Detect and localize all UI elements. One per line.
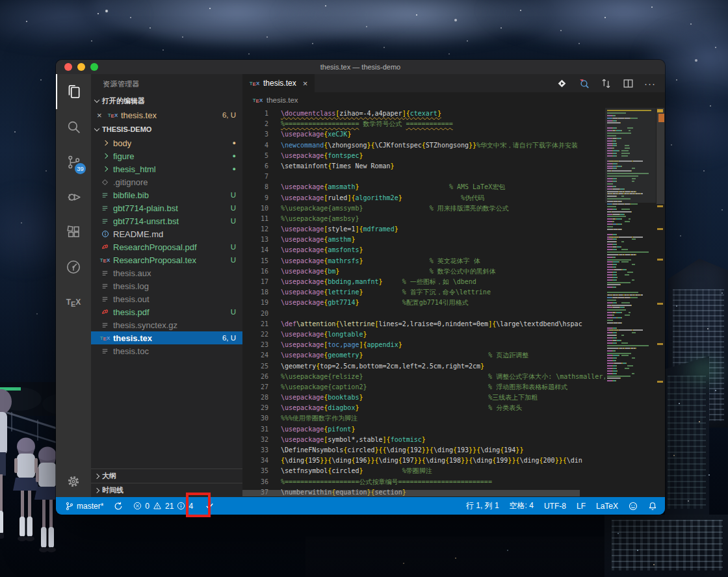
code-line-26[interactable]: 26%\usepackage{relsize} % 调整公式字体大小: \mat… (242, 372, 605, 382)
cursor-position-item[interactable]: 行 1, 列 1 (461, 500, 504, 511)
zoom-window-button[interactable] (90, 63, 98, 71)
eol-item[interactable]: LF (571, 502, 591, 511)
sync-icon (114, 502, 123, 511)
tree-item-gbt7714-plain-bst[interactable]: gbt7714-plain.bstU (91, 201, 242, 214)
tree-item-thesis-toc[interactable]: thesis.toc (91, 344, 242, 357)
tree-item-thesis-aux[interactable]: thesis.aux (91, 266, 242, 279)
tree-item--gitignore[interactable]: .gitignore (91, 175, 242, 188)
tree-item-researchproposal-tex[interactable]: TEXResearchProposal.texU (91, 253, 242, 266)
horizontal-scrollbar[interactable] (242, 490, 605, 496)
split-editor-icon[interactable] (622, 77, 634, 90)
tree-item-thesis-out[interactable]: thesis.out (91, 292, 242, 305)
project-section-header[interactable]: THESIS-DEMO (91, 122, 242, 136)
code-line-28[interactable]: 28\usepackage{booktabs} %三线表上下加粗 (242, 392, 605, 403)
sync-item[interactable] (110, 497, 126, 515)
close-window-button[interactable] (64, 63, 72, 71)
close-icon[interactable]: × (97, 110, 105, 120)
source-control-icon[interactable]: 39 (56, 144, 91, 179)
search-icon[interactable] (56, 109, 91, 144)
code-line-10[interactable]: 10%\usepackage{amssymb} % 用来排版漂亮的数学公式 (242, 203, 605, 214)
code-line-35[interactable]: 35\setfnsymbol{circled} %带圈脚注 (242, 466, 605, 476)
settings-gear-icon[interactable] (56, 466, 91, 497)
tree-item-researchproposal-pdf[interactable]: ResearchProposal.pdfU (91, 240, 242, 253)
encoding-item[interactable]: UTF-8 (539, 502, 571, 511)
close-tab-icon[interactable]: × (303, 79, 308, 88)
code-line-23[interactable]: 23\usepackage[toc,page]{appendix} (242, 340, 605, 350)
latex-workshop-icon[interactable]: TEX (56, 285, 91, 320)
code-line-11[interactable]: 11%\usepackage{amsbsy} (242, 214, 605, 224)
code-line-30[interactable]: 30%%%使用带圈数字作为脚注 (242, 413, 605, 424)
tree-item-thesis-pdf[interactable]: thesis.pdfU (91, 305, 242, 318)
code-line-6[interactable]: 6\setmainfont{Times New Roman} (242, 161, 605, 172)
code-line-17[interactable]: 17\usepackage{bbding,manfnt} % 一些图标，如 \d… (242, 277, 605, 287)
build-latex-icon[interactable] (556, 77, 568, 90)
minimap-viewport[interactable] (605, 108, 656, 203)
indentation-item[interactable]: 空格: 4 (504, 500, 539, 511)
explorer-icon[interactable] (56, 74, 91, 109)
code-line-7[interactable]: 7 (242, 172, 605, 182)
code-line-15[interactable]: 15\usepackage{mathrsfs} % 英文花体字 体 (242, 256, 605, 266)
git-status-badge: U (231, 191, 236, 199)
tree-item-thesis-tex[interactable]: TEXthesis.tex6, U (91, 331, 242, 344)
view-pdf-icon[interactable] (578, 77, 590, 90)
code-line-22[interactable]: 22\usepackage{longtable} (242, 329, 605, 340)
code-line-36[interactable]: 36%===================公式按章编号============… (242, 477, 605, 487)
tree-item-thesis-synctex-gz[interactable]: thesis.synctex.gz (91, 318, 242, 331)
code-lines[interactable]: 1\documentclass[zihao=-4,a4paper]{ctexar… (242, 108, 605, 497)
run-debug-icon[interactable] (56, 179, 91, 214)
code-line-25[interactable]: 25\geometry{top=2.5cm,bottom=2cm,left=2.… (242, 361, 605, 372)
code-area: 1\documentclass[zihao=-4,a4paper]{ctexar… (242, 108, 665, 497)
code-line-33[interactable]: 33\DefineFNsymbols{circled}{{\ding{192}}… (242, 445, 605, 455)
line-number: 17 (242, 277, 268, 287)
tree-item-thesis-log[interactable]: thesis.log (91, 279, 242, 292)
git-branch-item[interactable]: master* (62, 497, 107, 515)
language-mode-item[interactable]: LaTeX (591, 502, 623, 511)
outline-section[interactable]: 大纲 (91, 468, 242, 483)
code-line-8[interactable]: 8\usepackage{amsmath} % AMS LaTeX宏包 (242, 182, 605, 192)
code-line-34[interactable]: 34{\ding{195}}{\ding{196}}{\ding{197}}{\… (242, 455, 605, 466)
open-editors-section[interactable]: 打开的编辑器 (91, 94, 242, 108)
code-line-18[interactable]: 18\usepackage{lettrine} % 首字下沉，命令\lettri… (242, 287, 605, 298)
scrollbar-thumb[interactable] (656, 108, 664, 204)
breadcrumb[interactable]: TEX thesis.tex (242, 92, 665, 108)
tree-item-gbt7714-unsrt-bst[interactable]: gbt7714-unsrt.bstU (91, 214, 242, 227)
open-changes-icon[interactable] (600, 77, 612, 90)
title-bar[interactable]: thesis.tex — thesis-demo (56, 60, 665, 74)
minimap[interactable] (605, 108, 656, 497)
code-line-24[interactable]: 24\usepackage{geometry} % 页边距调整 (242, 350, 605, 361)
tree-item-readme-md[interactable]: README.md (91, 227, 242, 240)
feedback-item[interactable] (623, 502, 643, 511)
tab-thesis-tex[interactable]: TEX thesis.tex × (242, 74, 315, 92)
tree-item-bibfile-bib[interactable]: bibfile.bibU (91, 188, 242, 201)
code-line-14[interactable]: 14\usepackage{amsfonts} (242, 245, 605, 255)
code-line-31[interactable]: 31\usepackage{pifont} (242, 424, 605, 435)
code-line-2[interactable]: 2%=================== 数学符号公式 ===========… (242, 119, 605, 129)
gitlens-icon[interactable] (56, 250, 91, 285)
code-line-3[interactable]: 3\usepackage{xeCJK} (242, 129, 605, 140)
code-line-19[interactable]: 19\usepackage{gbt7714} %配置gb7714引用格式 (242, 298, 605, 308)
code-line-1[interactable]: 1\documentclass[zihao=-4,a4paper]{ctexar… (242, 109, 605, 119)
scm-badge: 39 (75, 163, 86, 174)
code-line-27[interactable]: 27%\usepackage{caption2} % 浮动图形和表格标题样式 (242, 382, 605, 392)
code-line-32[interactable]: 32\usepackage[symbol*,stable]{footmisc} (242, 435, 605, 445)
code-line-9[interactable]: 9\usepackage[ruled]{algorithm2e} %伪代码 (242, 193, 605, 203)
timeline-section[interactable]: 时间线 (91, 483, 242, 497)
open-editor-item[interactable]: × TEX thesis.tex 6, U (91, 108, 242, 122)
code-line-20[interactable]: 20 (242, 309, 605, 319)
notifications-item[interactable] (643, 502, 658, 511)
code-line-16[interactable]: 16\usepackage{bm} % 数学公式中的黑斜体 (242, 266, 605, 277)
code-line-13[interactable]: 13\usepackage{amsthm} (242, 235, 605, 245)
code-line-21[interactable]: 21\def\attention{\lettrine[lines=2,lrais… (242, 319, 605, 329)
extensions-icon[interactable] (56, 214, 91, 250)
minimize-window-button[interactable] (77, 63, 85, 71)
code-line-5[interactable]: 5\usepackage{fontspec} (242, 151, 605, 161)
tree-item-figure[interactable]: figure● (91, 149, 242, 162)
code-line-29[interactable]: 29\usepackage{diagbox} % 分类表头 (242, 403, 605, 413)
code-line-12[interactable]: 12\usepackage[style=1]{mdframed} (242, 224, 605, 235)
git-status-badge: U (231, 256, 236, 264)
code-line-4[interactable]: 4\newcommand{\zhongsong}{\CJKfontspec{ST… (242, 140, 605, 151)
tree-item-body[interactable]: body● (91, 136, 242, 149)
tree-item-thesis-html[interactable]: thesis_html● (91, 162, 242, 175)
overview-ruler[interactable] (656, 108, 665, 497)
more-actions-icon[interactable]: ··· (644, 78, 656, 89)
